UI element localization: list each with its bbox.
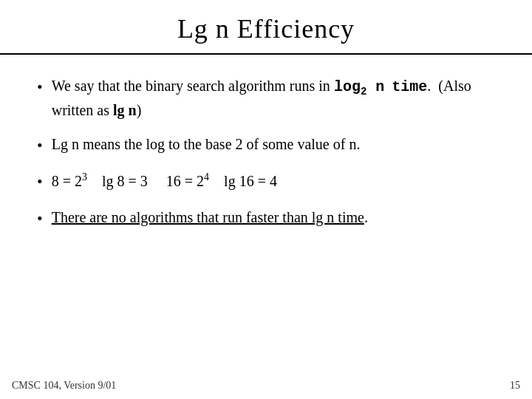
list-item: • There are no algorithms that run faste…	[37, 207, 495, 231]
bullet-dot: •	[37, 76, 43, 99]
list-item: • We say that the binary search algorith…	[37, 75, 495, 120]
bullet-dot: •	[37, 134, 43, 157]
bullet-text: There are no algorithms that run faster …	[52, 207, 368, 228]
footer-left: CMSC 104, Version 9/01	[12, 380, 116, 392]
list-item: • 8 = 23 lg 8 = 3 16 = 24 lg 16 = 4	[37, 170, 495, 194]
slide-footer: CMSC 104, Version 9/01 15	[0, 374, 532, 399]
slide-container: Lg n Efficiency • We say that the binary…	[0, 0, 532, 399]
bullet-text: Lg n means the log to the base 2 of some…	[52, 134, 361, 154]
bullet-list: • We say that the binary search algorith…	[37, 75, 495, 231]
slide-title: Lg n Efficiency	[15, 13, 517, 44]
footer-right: 15	[510, 380, 520, 392]
slide-content: • We say that the binary search algorith…	[0, 55, 532, 374]
slide-header: Lg n Efficiency	[0, 0, 532, 55]
bullet-text: We say that the binary search algorithm …	[52, 75, 495, 120]
bullet-dot: •	[37, 208, 43, 231]
list-item: • Lg n means the log to the base 2 of so…	[37, 134, 495, 157]
bullet-text: 8 = 23 lg 8 = 3 16 = 24 lg 16 = 4	[52, 170, 277, 191]
bullet-dot: •	[37, 171, 43, 194]
